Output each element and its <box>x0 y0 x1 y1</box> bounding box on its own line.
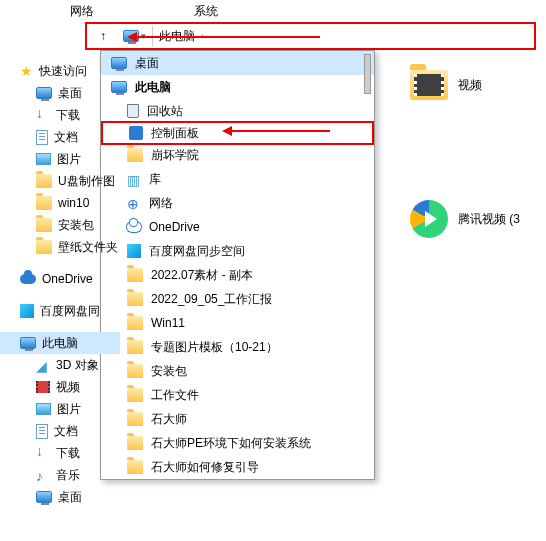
network-icon <box>127 196 141 210</box>
dropdown-item-folder[interactable]: 工作文件 <box>101 383 374 407</box>
dropdown-item-onedrive[interactable]: OneDrive <box>101 215 374 239</box>
dropdown-item-folder[interactable]: 2022.07素材 - 副本 <box>101 263 374 287</box>
sidebar-item-wallpaper[interactable]: 壁纸文件夹 <box>0 236 120 258</box>
folder-icon <box>127 316 143 330</box>
dropdown-item-desktop[interactable]: 桌面 <box>101 51 374 75</box>
file-item-video[interactable]: 视频 <box>410 70 520 100</box>
folder-icon <box>127 460 143 474</box>
dropdown-item-thispc[interactable]: 此电脑 <box>101 75 374 99</box>
dropdown-item-library[interactable]: 库 <box>101 167 374 191</box>
scrollbar-thumb[interactable] <box>364 54 371 94</box>
picture-icon <box>36 153 51 165</box>
video-icon <box>36 381 50 393</box>
recycle-bin-icon <box>127 104 139 118</box>
download-icon <box>36 446 50 460</box>
sidebar-item-this-pc[interactable]: 此电脑 <box>0 332 120 354</box>
folder-icon <box>127 148 143 162</box>
dropdown-item-folder[interactable]: 专题图片模板（10-21） <box>101 335 374 359</box>
sidebar-item-usb[interactable]: U盘制作图 <box>0 170 120 192</box>
content-pane: 视频 腾讯视频 (3 <box>410 70 520 338</box>
folder-icon <box>127 340 143 354</box>
sidebar-item-documents[interactable]: 文档 <box>0 420 120 442</box>
onedrive-icon <box>127 222 141 232</box>
desktop-icon <box>36 87 52 99</box>
folder-icon <box>127 292 143 306</box>
dropdown-item-folder[interactable]: 安装包 <box>101 359 374 383</box>
up-button[interactable]: ↑ <box>91 24 115 48</box>
control-panel-icon <box>129 126 143 140</box>
sidebar-item-quick-access[interactable]: ★快速访问 <box>0 60 120 82</box>
file-label: 视频 <box>458 77 482 94</box>
dropdown-item-control-panel[interactable]: 控制面板 <box>101 121 374 145</box>
onedrive-icon <box>20 274 36 284</box>
picture-icon <box>36 403 51 415</box>
file-label: 腾讯视频 (3 <box>458 211 520 228</box>
dropdown-item-folder[interactable]: 石大师如何修复引导 <box>101 455 374 479</box>
document-icon <box>36 424 48 439</box>
folder-icon <box>36 196 52 210</box>
folder-icon <box>127 412 143 426</box>
film-icon <box>414 74 444 96</box>
dropdown-item-folder[interactable]: 石大师 <box>101 407 374 431</box>
star-icon: ★ <box>20 63 33 79</box>
sidebar-item-3d-objects[interactable]: 3D 对象 <box>0 354 120 376</box>
desktop-icon <box>36 491 52 503</box>
annotation-arrow <box>135 36 320 38</box>
folder-icon <box>127 436 143 450</box>
folder-icon <box>127 388 143 402</box>
dropdown-item-baidu[interactable]: 百度网盘同步空间 <box>101 239 374 263</box>
folder-icon <box>410 70 448 100</box>
folder-icon <box>36 218 52 232</box>
tab-network[interactable]: 网络 <box>60 1 104 22</box>
sidebar-item-win10[interactable]: win10 <box>0 192 120 214</box>
dropdown-item-folder[interactable]: Win11 <box>101 311 374 335</box>
sidebar-item-pkg[interactable]: 安装包 <box>0 214 120 236</box>
sidebar-item-baidu[interactable]: 百度网盘同 <box>0 300 120 322</box>
annotation-arrow <box>230 130 330 132</box>
folder-icon <box>127 364 143 378</box>
tencent-video-icon <box>410 200 448 238</box>
objects-3d-icon <box>36 358 50 372</box>
sidebar-item-music[interactable]: 音乐 <box>0 464 120 486</box>
sidebar-item-desktop[interactable]: 桌面 <box>0 486 120 508</box>
folder-icon <box>36 240 52 254</box>
document-icon <box>36 130 48 145</box>
dropdown-item-folder[interactable]: 石大师PE环境下如何安装系统 <box>101 431 374 455</box>
dropdown-item-recycle[interactable]: 回收站 <box>101 99 374 123</box>
dropdown-item-folder[interactable]: 2022_09_05_工作汇报 <box>101 287 374 311</box>
baidu-sync-icon <box>20 304 34 318</box>
baidu-sync-icon <box>127 244 141 258</box>
folder-icon <box>36 174 52 188</box>
sidebar-item-onedrive[interactable]: OneDrive <box>0 268 120 290</box>
file-item-tencent-video[interactable]: 腾讯视频 (3 <box>410 200 520 238</box>
ribbon-tabs: 网络 系统 <box>0 0 546 22</box>
sidebar-item-desktop[interactable]: 桌面 <box>0 82 120 104</box>
sidebar-item-downloads[interactable]: 下载 <box>0 442 120 464</box>
sidebar-item-pictures[interactable]: 图片 <box>0 148 120 170</box>
folder-icon <box>127 268 143 282</box>
sidebar-item-pictures[interactable]: 图片 <box>0 398 120 420</box>
download-icon <box>36 108 50 122</box>
sidebar-item-videos[interactable]: 视频 <box>0 376 120 398</box>
library-icon <box>127 172 141 186</box>
dropdown-item-network[interactable]: 网络 <box>101 191 374 215</box>
breadcrumb-dropdown: 桌面 此电脑 回收站 控制面板 崩坏学院 库 网络 OneDrive 百度网盘同… <box>100 50 375 480</box>
tab-system[interactable]: 系统 <box>184 1 228 22</box>
this-pc-icon <box>20 337 36 349</box>
music-icon <box>36 468 50 482</box>
dropdown-item-school[interactable]: 崩坏学院 <box>101 143 374 167</box>
